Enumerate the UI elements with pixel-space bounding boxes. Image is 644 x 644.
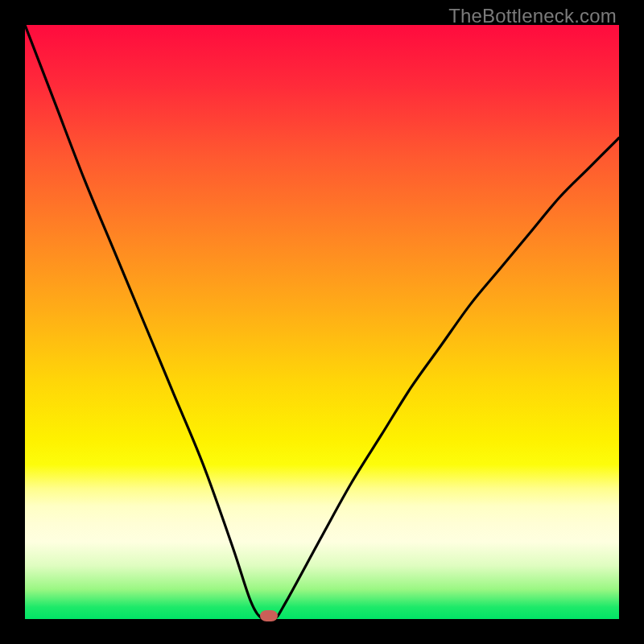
- chart-frame: TheBottleneck.com: [0, 0, 644, 644]
- watermark-text: TheBottleneck.com: [448, 5, 617, 27]
- bottleneck-curve: [25, 25, 619, 619]
- optimal-point-marker: [260, 610, 278, 621]
- plot-area: [25, 25, 619, 619]
